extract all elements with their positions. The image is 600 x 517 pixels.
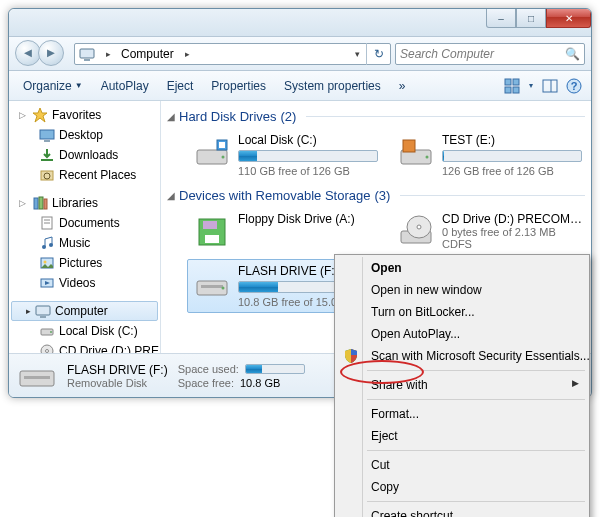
computer-icon: [77, 44, 97, 64]
chevron-right-icon[interactable]: ▸: [178, 49, 196, 59]
collapse-icon: ◢: [167, 111, 175, 122]
search-placeholder: Search Computer: [400, 47, 494, 61]
cd-icon: [39, 343, 55, 353]
svg-rect-29: [40, 316, 46, 318]
view-mode-button[interactable]: [501, 75, 523, 97]
nav-row: ◄ ► ▸ Computer ▸ ▾ ↻ Search Computer 🔍: [9, 37, 591, 71]
organize-button[interactable]: Organize▼: [15, 75, 91, 97]
libraries-label: Libraries: [52, 196, 98, 210]
sidebar-item-pictures[interactable]: Pictures: [9, 253, 160, 273]
svg-rect-16: [34, 198, 38, 209]
svg-rect-36: [219, 142, 225, 148]
hdd-section-header[interactable]: ◢ Hard Disk Drives (2): [161, 107, 591, 126]
sidebar-item-recent[interactable]: Recent Places: [9, 165, 160, 185]
ctx-format[interactable]: Format...: [337, 403, 587, 425]
ctx-open[interactable]: Open: [337, 257, 587, 279]
system-properties-button[interactable]: System properties: [276, 75, 389, 97]
sidebar-item-downloads[interactable]: Downloads: [9, 145, 160, 165]
address-dropdown[interactable]: ▾: [348, 49, 366, 59]
ctx-cut[interactable]: Cut: [337, 454, 587, 476]
help-button[interactable]: ?: [563, 75, 585, 97]
ctx-share-with[interactable]: Share with▶: [337, 374, 587, 396]
removable-section-header[interactable]: ◢ Devices with Removable Storage (3): [161, 186, 591, 205]
svg-point-49: [222, 287, 225, 290]
refresh-button[interactable]: ↻: [366, 43, 390, 65]
svg-point-23: [49, 243, 53, 247]
svg-rect-12: [44, 140, 50, 142]
search-input[interactable]: Search Computer 🔍: [395, 43, 585, 65]
sidebar-item-computer[interactable]: ▸ Computer: [11, 301, 158, 321]
context-menu: Open Open in new window Turn on BitLocke…: [334, 254, 590, 517]
space-bar: [442, 150, 582, 162]
drive-cd-d[interactable]: CD Drive (D:) PRECOMPACT 0 bytes free of…: [391, 207, 587, 257]
free-value: 10.8 GB: [240, 377, 280, 389]
svg-point-46: [417, 225, 421, 229]
computer-icon: [35, 303, 51, 319]
maximize-button[interactable]: □: [516, 9, 546, 28]
sidebar-item-videos[interactable]: Videos: [9, 273, 160, 293]
svg-rect-2: [505, 79, 511, 85]
hdd-icon: [192, 133, 232, 173]
drive-sub: 126 GB free of 126 GB: [442, 165, 582, 177]
drive-floppy-a[interactable]: Floppy Disk Drive (A:): [187, 207, 383, 257]
documents-icon: [39, 215, 55, 231]
ctx-bitlocker[interactable]: Turn on BitLocker...: [337, 301, 587, 323]
ctx-autoplay[interactable]: Open AutoPlay...: [337, 323, 587, 345]
address-bar[interactable]: ▸ Computer ▸ ▾ ↻: [74, 43, 391, 65]
drive-test-e[interactable]: TEST (E:) 126 GB free of 126 GB: [391, 128, 587, 182]
floppy-icon: [192, 212, 232, 252]
ctx-scan[interactable]: Scan with Microsoft Security Essentials.…: [337, 345, 587, 367]
cd-drive-icon: [396, 212, 436, 252]
svg-rect-6: [543, 80, 557, 92]
space-bar: [238, 150, 378, 162]
svg-rect-48: [201, 285, 223, 288]
sidebar-item-desktop[interactable]: Desktop: [9, 125, 160, 145]
drive-local-c[interactable]: Local Disk (C:) 110 GB free of 126 GB: [187, 128, 383, 182]
favorites-header[interactable]: ▷ Favorites: [9, 105, 160, 125]
removable-drive-icon: [17, 360, 57, 392]
ctx-create-shortcut[interactable]: Create shortcut: [337, 505, 587, 517]
sidebar-item-music[interactable]: Music: [9, 233, 160, 253]
ctx-eject[interactable]: Eject: [337, 425, 587, 447]
expand-icon: ▸: [26, 306, 31, 316]
svg-rect-18: [44, 199, 47, 209]
recent-icon: [39, 167, 55, 183]
nav-pane: ▷ Favorites Desktop Downloads Recent Pla…: [9, 101, 161, 353]
close-button[interactable]: ✕: [546, 9, 591, 28]
libraries-header[interactable]: ▷ Libraries: [9, 193, 160, 213]
view-dropdown[interactable]: ▾: [525, 75, 537, 97]
svg-rect-0: [80, 49, 94, 58]
toolbar: Organize▼ AutoPlay Eject Properties Syst…: [9, 71, 591, 101]
svg-point-33: [46, 350, 49, 353]
autoplay-button[interactable]: AutoPlay: [93, 75, 157, 97]
details-text: FLASH DRIVE (F:) Removable Disk: [67, 363, 168, 389]
svg-rect-1: [84, 59, 90, 61]
svg-rect-42: [203, 221, 217, 229]
minimize-button[interactable]: –: [486, 9, 516, 28]
svg-point-37: [222, 156, 225, 159]
ctx-open-new-window[interactable]: Open in new window: [337, 279, 587, 301]
forward-button[interactable]: ►: [38, 40, 64, 66]
sidebar-item-cd-drive[interactable]: CD Drive (D:) PRE: [9, 341, 160, 353]
music-icon: [39, 235, 55, 251]
properties-button[interactable]: Properties: [203, 75, 274, 97]
preview-pane-button[interactable]: [539, 75, 561, 97]
title-bar: – □ ✕: [9, 9, 591, 37]
drive-icon: [39, 323, 55, 339]
drive-sub: CDFS: [442, 238, 582, 250]
chevron-right-icon[interactable]: ▸: [99, 49, 117, 59]
svg-rect-3: [513, 79, 519, 85]
eject-button[interactable]: Eject: [159, 75, 202, 97]
hdd-icon: [396, 133, 436, 173]
sidebar-item-documents[interactable]: Documents: [9, 213, 160, 233]
downloads-icon: [39, 147, 55, 163]
svg-point-25: [44, 261, 47, 264]
svg-rect-13: [41, 159, 53, 161]
svg-rect-11: [40, 130, 54, 139]
ctx-copy[interactable]: Copy: [337, 476, 587, 498]
breadcrumb[interactable]: Computer: [117, 47, 178, 61]
toolbar-overflow[interactable]: »: [391, 75, 414, 97]
shield-icon: [342, 347, 360, 365]
svg-rect-43: [205, 235, 219, 243]
sidebar-item-local-disk[interactable]: Local Disk (C:): [9, 321, 160, 341]
